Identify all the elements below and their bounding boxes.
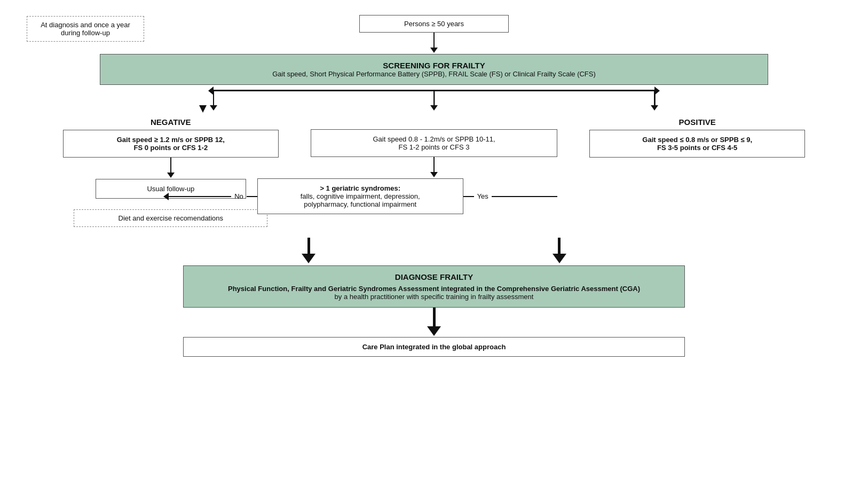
center-column: Gait speed 0.8 - 1.2m/s or SPPB 10-11, F… <box>311 114 557 214</box>
thick-arrow-right <box>553 238 566 264</box>
diagnose-section: DIAGNOSE FRAILTY Physical Function, Frai… <box>183 238 685 357</box>
center-box-text: Gait speed 0.8 - 1.2m/s or SPPB 10-11, F… <box>373 135 495 151</box>
no-label-text: No <box>234 192 243 200</box>
center-condition-box: Gait speed 0.8 - 1.2m/s or SPPB 10-11, F… <box>311 129 557 157</box>
geriatric-row: No > 1 geriatric syndromes: falls, cogni… <box>163 178 557 214</box>
screening-subtitle: Gait speed, Short Physical Performance B… <box>113 70 755 78</box>
side-note-text: At diagnosis and once a year during foll… <box>41 21 130 37</box>
no-line <box>169 196 231 197</box>
care-plan-box: Care Plan integrated in the global appro… <box>183 337 685 357</box>
diet-note-text: Diet and exercise recomendations <box>119 214 224 222</box>
left-condition-box: Gait speed ≥ 1.2 m/s or SPPB 12, FS 0 po… <box>63 130 278 158</box>
top-box: Persons ≥ 50 years <box>359 15 509 33</box>
arrow-left-down <box>167 158 175 179</box>
yes-line-1 <box>463 196 474 197</box>
arrow-center-down <box>430 157 438 178</box>
side-note-box: At diagnosis and once a year during foll… <box>27 16 144 42</box>
no-arrow-container: No <box>163 192 257 200</box>
care-plan-text: Care Plan integrated in the global appro… <box>362 343 506 351</box>
geriatric-title: > 1 geriatric syndromes: <box>266 184 454 192</box>
no-line-2 <box>247 196 257 197</box>
arrow-diagnose-to-care <box>427 308 441 337</box>
screening-box: SCREENING FOR FRAILTY Gait speed, Short … <box>100 54 769 85</box>
geriatric-box: > 1 geriatric syndromes: falls, cognitiv… <box>257 178 463 214</box>
left-box-text: Gait speed ≥ 1.2 m/s or SPPB 12, FS 0 po… <box>117 136 225 152</box>
branch-connectors <box>100 85 769 114</box>
double-arrows <box>183 238 685 264</box>
diagnose-bold-text: Physical Function, Frailty and Geriatric… <box>228 285 640 293</box>
diagnose-sub-text: by a health practitioner with specific t… <box>335 293 534 301</box>
yes-label-text: Yes <box>477 192 488 200</box>
thick-arrow-left <box>302 238 315 264</box>
positive-label: POSITIVE <box>679 114 716 130</box>
right-column: POSITIVE Gait speed ≤ 0.8 m/s or SPPB ≤ … <box>589 114 804 158</box>
svg-marker-7 <box>199 105 207 113</box>
yes-arrow-container: Yes <box>463 192 557 200</box>
arrow-top-to-screening <box>430 33 438 54</box>
screening-title: SCREENING FOR FRAILTY <box>113 61 755 70</box>
right-box-text: Gait speed ≤ 0.8 m/s or SPPB ≤ 9, FS 3-5… <box>642 136 752 152</box>
three-columns: NEGATIVE Gait speed ≥ 1.2 m/s or SPPB 12… <box>16 114 852 227</box>
geriatric-text: falls, cognitive impairment, depression,… <box>266 192 454 208</box>
yes-line-2 <box>492 196 557 197</box>
right-condition-box: Gait speed ≤ 0.8 m/s or SPPB ≤ 9, FS 3-5… <box>589 130 804 158</box>
top-box-text: Persons ≥ 50 years <box>404 20 464 28</box>
flowchart: At diagnosis and once a year during foll… <box>16 11 852 357</box>
diagnose-box: DIAGNOSE FRAILTY Physical Function, Frai… <box>183 265 685 308</box>
negative-label: NEGATIVE <box>151 114 191 130</box>
diagnose-title: DIAGNOSE FRAILTY <box>196 272 672 281</box>
arrow-left-no <box>163 193 169 200</box>
